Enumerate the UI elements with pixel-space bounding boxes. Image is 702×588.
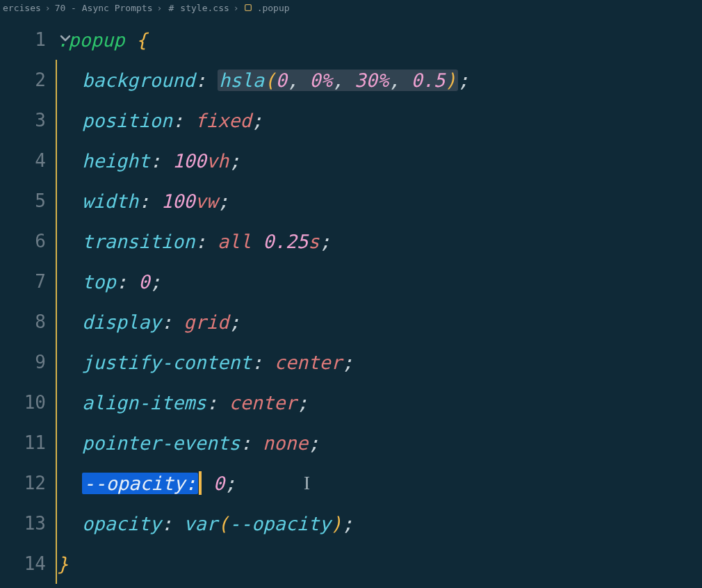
line-number: 5 — [0, 190, 56, 211]
line-number: 10 — [0, 392, 56, 413]
semicolon: ; — [342, 352, 353, 373]
code-content[interactable]: justify-content: center; — [82, 352, 353, 373]
css-arg: 0% — [309, 70, 332, 91]
comma: , — [389, 70, 400, 91]
token-kw: s — [308, 231, 319, 252]
semicolon: ; — [225, 473, 236, 494]
css-property: display — [82, 311, 161, 333]
mouse-ibeam-icon: I — [304, 473, 310, 494]
space — [236, 473, 304, 494]
css-property: pointer-events — [82, 432, 240, 454]
line-number: 4 — [0, 150, 56, 171]
css-value: none — [263, 432, 308, 454]
fold-guide — [56, 423, 57, 463]
space — [400, 70, 411, 91]
colon: : — [138, 190, 149, 212]
code-content[interactable]: width: 100vw; — [82, 190, 229, 212]
code-editor[interactable]: 1.popup {2background: hsla(0, 0%, 30%, 0… — [0, 15, 702, 588]
breadcrumb-symbol[interactable]: .popup — [257, 3, 290, 13]
fold-guide — [56, 302, 57, 342]
code-line[interactable]: 10align-items: center; — [0, 382, 702, 423]
space — [172, 311, 183, 333]
code-content[interactable]: display: grid; — [82, 311, 240, 333]
fold-guide — [56, 584, 57, 588]
css-property: width — [82, 190, 138, 212]
colon: : — [150, 150, 161, 172]
value-highlight: hsla(0, 0%, 30%, 0.5) — [218, 70, 458, 91]
code-content[interactable]: --opacity: 0; I — [82, 471, 310, 495]
selection: --opacity: — [82, 473, 198, 494]
code-content[interactable]: opacity: var(--opacity); — [82, 513, 353, 534]
breadcrumb-separator: › — [234, 3, 239, 13]
css-property: align-items — [82, 392, 206, 414]
line-number: 2 — [0, 70, 56, 90]
fold-guide — [56, 261, 57, 302]
token-num: 0.25 — [263, 231, 308, 252]
code-line[interactable]: 14} — [0, 544, 702, 584]
fold-guide — [56, 140, 57, 181]
breadcrumb[interactable]: ercises › 70 - Async Prompts › # style.c… — [0, 0, 702, 15]
code-line[interactable]: 15 — [0, 584, 702, 588]
fold-guide — [56, 60, 57, 100]
line-number: 11 — [0, 432, 56, 453]
css-property: top — [82, 271, 116, 293]
breadcrumb-separator: › — [157, 3, 163, 13]
fold-guide — [56, 503, 57, 544]
semicolon: ; — [319, 231, 330, 252]
line-number: 13 — [0, 513, 56, 534]
code-line[interactable]: 2background: hsla(0, 0%, 30%, 0.5); — [0, 60, 702, 100]
space — [125, 29, 136, 51]
code-line[interactable]: 8display: grid; — [0, 302, 702, 342]
css-arg: 0.5 — [411, 70, 446, 91]
code-line[interactable]: 5width: 100vw; — [0, 181, 702, 221]
colon: : — [161, 311, 172, 333]
code-line[interactable]: 13opacity: var(--opacity); — [0, 503, 702, 544]
paren-open: ( — [264, 70, 275, 91]
space — [263, 352, 274, 373]
code-line[interactable]: 4height: 100vh; — [0, 140, 702, 181]
line-number: 8 — [0, 311, 56, 332]
space — [127, 271, 138, 293]
semicolon: ; — [229, 311, 240, 333]
code-content[interactable]: align-items: center; — [82, 392, 308, 414]
code-content[interactable]: } — [57, 553, 68, 575]
code-line[interactable]: 7top: 0; — [0, 261, 702, 302]
breadcrumb-folder-0[interactable]: ercises — [3, 3, 41, 13]
colon: : — [195, 70, 206, 91]
code-content[interactable]: pointer-events: none; — [82, 432, 319, 454]
fold-chevron-icon[interactable] — [57, 30, 74, 49]
code-line[interactable]: 6transition: all 0.25s; — [0, 221, 702, 261]
code-content[interactable]: position: fixed; — [82, 110, 263, 131]
code-line[interactable]: 1.popup { — [0, 19, 702, 60]
paren-close: ) — [331, 513, 342, 534]
code-line[interactable]: 11pointer-events: none; — [0, 423, 702, 463]
fold-guide — [56, 463, 57, 503]
breadcrumb-file[interactable]: style.css — [180, 3, 229, 13]
line-number: 12 — [0, 473, 56, 493]
css-unit: vh — [206, 150, 229, 172]
code-content[interactable]: height: 100vh; — [82, 150, 240, 172]
semicolon: ; — [229, 150, 240, 172]
fold-guide — [56, 100, 57, 140]
line-number: 6 — [0, 231, 56, 252]
code-line[interactable]: 3position: fixed; — [0, 100, 702, 140]
fold-guide — [56, 221, 57, 261]
comma: , — [332, 70, 343, 91]
code-content[interactable]: top: 0; — [82, 271, 161, 293]
code-content[interactable]: background: hsla(0, 0%, 30%, 0.5); — [82, 70, 469, 91]
css-file-icon: # — [166, 3, 176, 13]
paren-close: ) — [445, 70, 456, 91]
line-number: 1 — [0, 29, 56, 50]
space — [206, 70, 218, 91]
css-function: var — [183, 513, 218, 534]
line-number: 14 — [0, 553, 56, 574]
space — [172, 513, 183, 534]
breadcrumb-folder-1[interactable]: 70 - Async Prompts — [55, 3, 153, 13]
code-line[interactable]: 12--opacity: 0; I — [0, 463, 702, 503]
code-content[interactable]: transition: all 0.25s; — [82, 231, 331, 252]
code-line[interactable]: 9justify-content: center; — [0, 342, 702, 382]
space — [161, 150, 172, 172]
fold-guide — [56, 342, 57, 382]
css-arg: 0 — [275, 70, 286, 91]
space — [202, 473, 213, 494]
